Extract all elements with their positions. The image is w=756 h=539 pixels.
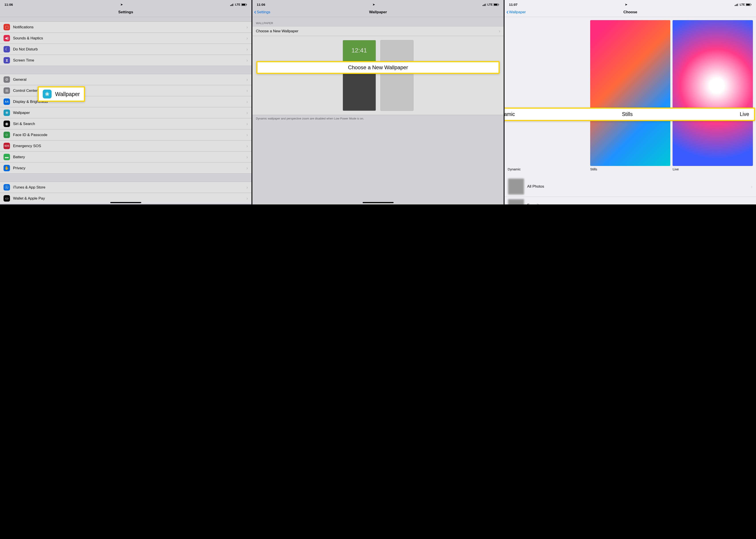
- dynamic-thumb: [508, 20, 588, 166]
- albums-list: All Photos› Favorites1› Selfies19› Live …: [505, 176, 756, 204]
- signal-icon: [735, 3, 739, 6]
- chevron-icon: ›: [751, 184, 752, 189]
- svg-rect-3: [233, 3, 234, 6]
- battery-icon: [241, 3, 247, 6]
- display-icon: AA: [4, 99, 10, 105]
- screen-wallpaper: 11:06➤ LTE Settings Wallpaper WALLPAPER …: [252, 0, 504, 204]
- chevron-icon: ›: [246, 185, 248, 190]
- type-live[interactable]: Live: [673, 20, 753, 171]
- svg-rect-13: [499, 4, 499, 5]
- status-time: 11:07: [509, 3, 517, 6]
- row-battery[interactable]: ▬Battery›: [0, 152, 251, 163]
- chevron-icon: ›: [246, 47, 248, 52]
- section-header: WALLPAPER: [252, 17, 504, 26]
- network-label: LTE: [487, 3, 493, 6]
- location-icon: ➤: [373, 3, 375, 6]
- screen-choose: 11:07➤ LTE Wallpaper Choose Dynamic Stil…: [505, 0, 756, 204]
- section-footer: Dynamic wallpaper and perspective zoom a…: [252, 115, 504, 122]
- battery-icon: [746, 3, 752, 6]
- status-bar: 11:07➤ LTE: [505, 0, 756, 7]
- chevron-icon: ›: [246, 196, 248, 201]
- chevron-icon: ›: [246, 154, 248, 160]
- faceid-icon: ☺: [4, 132, 10, 138]
- chevron-icon: ›: [499, 29, 500, 34]
- sos-icon: SOS: [4, 143, 10, 149]
- svg-rect-19: [746, 4, 750, 6]
- album-favorites[interactable]: Favorites1›: [505, 197, 756, 204]
- svg-rect-6: [246, 4, 247, 5]
- chevron-icon: ›: [246, 25, 248, 30]
- row-choose-wallpaper[interactable]: Choose a New Wallpaper ›: [252, 26, 504, 36]
- svg-rect-12: [494, 4, 497, 6]
- status-time: 11:06: [257, 3, 265, 6]
- status-bar: 11:06➤ LTE: [252, 0, 504, 7]
- row-itunes[interactable]: ⒶiTunes & App Store›: [0, 182, 251, 193]
- svg-rect-2: [232, 4, 233, 6]
- row-screentime[interactable]: ⧗Screen Time›: [0, 55, 251, 66]
- row-faceid[interactable]: ☺Face ID & Passcode›: [0, 129, 251, 140]
- notifications-icon: ▢: [4, 24, 10, 30]
- network-label: LTE: [740, 3, 745, 6]
- back-button[interactable]: Settings: [254, 10, 270, 14]
- privacy-icon: ✋: [4, 165, 10, 171]
- page-title: Wallpaper: [369, 10, 387, 14]
- wallpaper-icon: ❀: [4, 110, 10, 116]
- chevron-icon: ›: [246, 77, 248, 82]
- chevron-icon: ›: [246, 36, 248, 41]
- back-button[interactable]: Wallpaper: [506, 10, 526, 14]
- chevron-icon: ›: [246, 110, 248, 115]
- sounds-icon: ◀︎): [4, 35, 10, 41]
- location-icon: ➤: [121, 3, 123, 6]
- signal-icon: [230, 3, 234, 6]
- svg-rect-16: [737, 4, 738, 6]
- status-time: 11:06: [4, 3, 13, 6]
- svg-rect-0: [230, 5, 231, 6]
- callout-wallpaper: ❀ Wallpaper: [38, 86, 85, 102]
- status-right: LTE: [483, 3, 499, 6]
- svg-rect-5: [242, 4, 245, 6]
- home-indicator[interactable]: [363, 202, 394, 203]
- status-bar: 11:06➤ LTE: [0, 0, 251, 7]
- chevron-icon: ›: [246, 166, 248, 171]
- battery-row-icon: ▬: [4, 154, 10, 160]
- chevron-icon: ›: [246, 132, 248, 137]
- dnd-icon: ☾: [4, 46, 10, 52]
- chevron-icon: ›: [246, 58, 248, 63]
- home-indicator[interactable]: [110, 202, 141, 203]
- album-thumb: [508, 179, 524, 194]
- signal-icon: [483, 3, 487, 6]
- row-dnd[interactable]: ☾Do Not Disturb›: [0, 44, 251, 55]
- svg-rect-14: [735, 5, 735, 6]
- row-sounds[interactable]: ◀︎)Sounds & Haptics›: [0, 33, 251, 44]
- svg-rect-8: [484, 4, 484, 6]
- settings-group-1: ▢Notifications› ◀︎)Sounds & Haptics› ☾Do…: [0, 22, 251, 66]
- row-wallpaper[interactable]: ❀Wallpaper›: [0, 107, 251, 118]
- row-sos[interactable]: SOSEmergency SOS›: [0, 140, 251, 152]
- battery-icon: [493, 3, 499, 6]
- page-title: Choose: [624, 10, 637, 14]
- page-title: Settings: [118, 10, 133, 14]
- type-stills[interactable]: Stills: [590, 20, 671, 171]
- svg-rect-17: [738, 3, 739, 6]
- callout-types: Dynamic Stills Live: [505, 108, 755, 121]
- nav-bar: Settings: [0, 7, 251, 17]
- svg-rect-20: [751, 4, 751, 5]
- row-general[interactable]: ⚙General›: [0, 74, 251, 85]
- row-siri[interactable]: ◉Siri & Search›: [0, 118, 251, 129]
- screentime-icon: ⧗: [4, 57, 10, 63]
- control-center-icon: ⊞: [4, 87, 10, 94]
- itunes-icon: Ⓐ: [4, 184, 10, 191]
- chevron-icon: ›: [246, 88, 248, 93]
- row-privacy[interactable]: ✋Privacy›: [0, 163, 251, 174]
- wallpaper-icon: ❀: [43, 90, 51, 99]
- stills-thumb: [590, 20, 671, 166]
- wallpaper-previews: 12:41: [252, 36, 504, 115]
- type-dynamic[interactable]: Dynamic: [508, 20, 588, 171]
- preview-time: 12:41: [343, 47, 376, 54]
- svg-rect-9: [485, 4, 485, 6]
- album-all-photos[interactable]: All Photos›: [505, 176, 756, 197]
- preview-home-screen[interactable]: [380, 40, 414, 111]
- album-thumb: [508, 199, 524, 204]
- preview-lock-screen[interactable]: 12:41: [343, 40, 376, 111]
- row-notifications[interactable]: ▢Notifications›: [0, 22, 251, 33]
